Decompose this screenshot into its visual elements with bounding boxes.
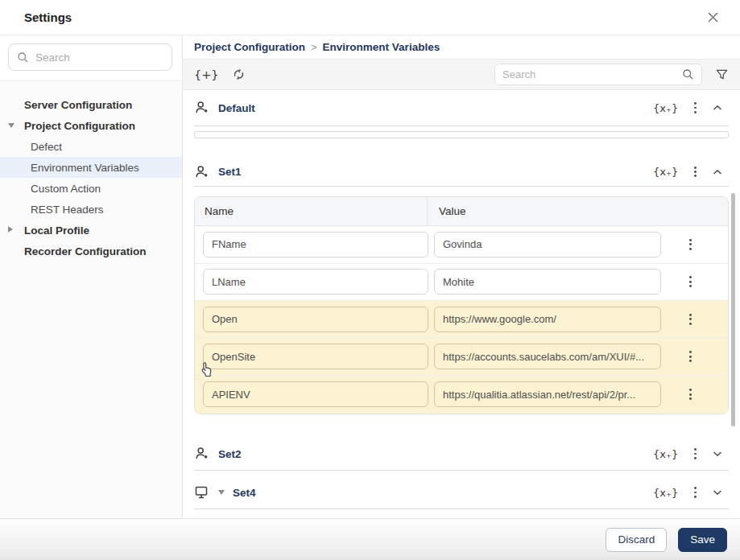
name-input[interactable] [203,344,428,369]
value-input[interactable] [434,269,661,294]
kebab-menu-icon [689,389,692,400]
row-menu-button[interactable] [689,389,692,400]
section-menu-button[interactable] [694,102,697,113]
kebab-menu-icon [689,314,692,325]
chevron-right-icon [8,226,13,233]
chevron-up-icon [713,105,722,111]
section-title: Set1 [218,166,242,178]
kebab-menu-icon [694,487,697,498]
expand-button[interactable] [713,489,722,496]
close-icon [707,11,719,23]
kebab-menu-icon [694,102,697,113]
env-vars-toolbar: {+} [183,60,740,90]
sidebar-item-label: Defect [31,141,62,153]
section-menu-button[interactable] [694,487,697,498]
section-menu-button[interactable] [694,448,697,459]
save-button[interactable]: Save [678,528,727,552]
row-menu-button[interactable] [689,239,692,250]
value-input[interactable] [434,232,661,257]
chevron-down-icon [8,123,14,128]
collapse-button[interactable] [713,169,722,175]
search-icon [682,68,694,80]
sidebar-search-input[interactable] [35,51,163,64]
section-title: Default [218,102,255,114]
collapse-button[interactable] [713,105,722,111]
search-icon [17,51,29,64]
table-row [195,339,728,377]
brace-x-plus-icon: {x₊} [653,102,678,114]
sidebar-search-box[interactable] [8,43,172,71]
dialog-footer: Discard Save [0,518,740,560]
set-type-caret-icon[interactable] [218,490,225,495]
breadcrumb-parent[interactable]: Project Configuration [194,41,305,53]
section-set4-header[interactable]: Set4 {x₊} [194,477,729,509]
sidebar-item-recorder-configuration[interactable]: Recorder Configuration [0,241,182,261]
section-title: Set2 [218,448,242,460]
dialog-title: Settings [24,10,72,24]
filter-button[interactable] [715,68,729,81]
dialog-header: Settings [0,0,740,35]
refresh-icon [232,68,246,81]
discard-button[interactable]: Discard [606,528,667,552]
add-variable-button[interactable]: {x₊} [653,487,678,499]
add-set-icon: {+} [194,68,219,81]
monitor-icon [194,484,210,500]
variables-search-box[interactable] [494,64,702,85]
column-header-value: Value [428,197,728,225]
name-input[interactable] [203,269,428,294]
env-vars-content: Default {x₊} [183,90,740,518]
table-header-row: Name Value [195,197,728,226]
name-input[interactable] [203,232,428,257]
section-title: Set4 [233,487,256,499]
sidebar-item-custom-action[interactable]: Custom Action [0,178,182,199]
refresh-button[interactable] [232,68,246,81]
breadcrumb: Project Configuration > Environment Vari… [183,35,740,60]
value-input[interactable] [434,344,661,369]
kebab-menu-icon [694,167,697,178]
user-group-icon [194,164,210,180]
expand-button[interactable] [713,451,722,457]
variables-search-input[interactable] [502,68,677,80]
sidebar-item-defect[interactable]: Defect [0,136,182,157]
sidebar-item-label: Environment Variables [31,162,139,174]
brace-x-plus-icon: {x₊} [653,448,678,460]
sidebar-item-project-configuration[interactable]: Project Configuration [0,115,182,136]
section-default-header[interactable]: Default {x₊} [194,90,729,126]
add-set-button[interactable]: {+} [194,68,219,81]
section-menu-button[interactable] [694,167,697,178]
table-row [195,376,728,414]
value-input[interactable] [434,381,661,407]
close-button[interactable] [704,8,722,27]
settings-dialog: Settings Server Configuration [0,0,740,560]
user-group-icon [194,446,210,462]
default-section-table-clipped [194,131,729,138]
vertical-scrollbar[interactable] [731,193,735,426]
chevron-down-icon [713,489,722,496]
sidebar-item-rest-headers[interactable]: REST Headers [0,199,182,220]
name-input[interactable] [203,307,428,332]
kebab-menu-icon [689,276,692,287]
row-menu-button[interactable] [689,351,692,362]
row-menu-button[interactable] [689,276,692,287]
chevron-up-icon [713,169,722,175]
name-input[interactable] [203,381,428,407]
sidebar-search-area [0,35,182,81]
kebab-menu-icon [694,448,697,459]
kebab-menu-icon [689,239,692,250]
breadcrumb-separator: > [311,41,317,53]
table-row [195,226,728,264]
chevron-down-icon [713,451,722,457]
row-menu-button[interactable] [689,314,692,325]
add-variable-button[interactable]: {x₊} [653,166,678,178]
section-set1-header[interactable]: Set1 {x₊} [194,158,729,187]
add-variable-button[interactable]: {x₊} [653,102,678,114]
column-header-name: Name [195,197,428,225]
user-group-icon [194,100,210,116]
sidebar-item-label: Custom Action [31,183,101,195]
value-input[interactable] [434,307,661,332]
sidebar-item-local-profile[interactable]: Local Profile [0,220,182,241]
add-variable-button[interactable]: {x₊} [653,448,678,460]
sidebar-item-environment-variables[interactable]: Environment Variables [0,157,182,178]
section-set2-header[interactable]: Set2 {x₊} [194,439,729,471]
sidebar-item-server-configuration[interactable]: Server Configuration [0,94,182,115]
